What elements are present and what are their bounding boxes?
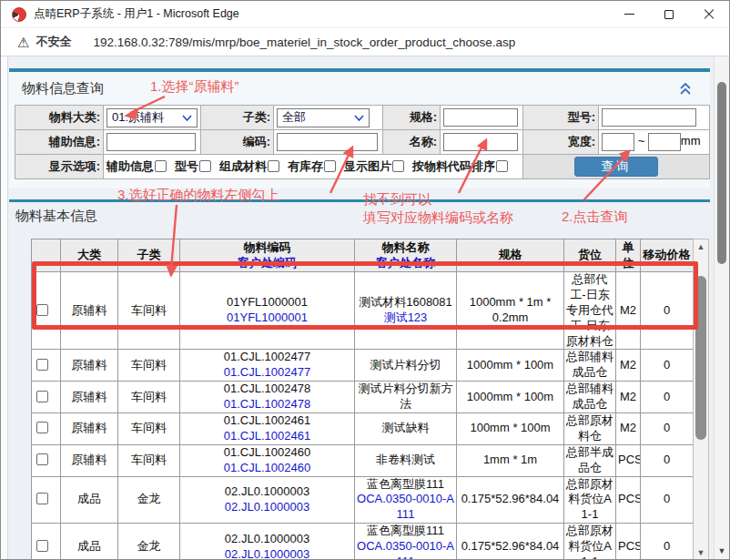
panel-divider: [9, 199, 710, 202]
cell-unit: M2: [616, 350, 641, 382]
option-label-materials: 组成材料: [219, 159, 267, 173]
width-min-input[interactable]: [602, 133, 634, 151]
cell-select: [32, 524, 61, 559]
cell-code: 01.CJL.100246101.CJL.1002461: [180, 413, 355, 445]
cell-select: [32, 476, 61, 524]
material-name: 测试片料分切新方法: [357, 382, 454, 412]
select-material-major[interactable]: 01:原辅料: [106, 108, 198, 127]
scroll-down-icon[interactable]: ▼: [694, 545, 708, 559]
customer-name-link[interactable]: OCA.0350-0010-A111: [357, 539, 454, 559]
cell-unit: M2: [616, 413, 641, 445]
row-checkbox[interactable]: [36, 540, 48, 552]
option-checkbox-sort-by-code[interactable]: [496, 160, 508, 172]
label-width: 宽度:: [523, 130, 599, 155]
label-display-options: 显示选项:: [15, 155, 104, 179]
cell-spec: 0.175*52.96*84.04: [457, 476, 564, 524]
material-code: 01.CJL.1002478: [182, 382, 352, 397]
cell-select: [32, 382, 61, 413]
label-subcategory: 子类:: [201, 106, 274, 130]
width-max-input[interactable]: [648, 133, 681, 151]
material-code: 01YFL1000001: [182, 295, 352, 311]
cell-name: 测试材料1608081测试123: [355, 272, 457, 350]
close-button[interactable]: [689, 1, 729, 28]
customer-code-link[interactable]: 01YFL1000001: [182, 311, 352, 326]
name-input[interactable]: [443, 133, 518, 151]
row-checkbox[interactable]: [36, 391, 48, 402]
cell-location: 总部辅料成品仓: [564, 350, 616, 382]
cell-name: 测试片料分切: [355, 350, 457, 382]
row-checkbox[interactable]: [36, 493, 48, 504]
annotation-hint-line1: 找不到可以: [363, 191, 431, 209]
cell-select: [32, 350, 61, 382]
cell-location: 总部代工-日东专用仓代工-日东原材料仓: [564, 272, 616, 350]
label-aux-info: 辅助信息:: [15, 130, 104, 155]
cell-name: 蓝色离型膜111OCA.0350-0010-A111: [355, 476, 457, 524]
aux-info-input[interactable]: [106, 133, 196, 151]
option-checkbox-model[interactable]: [199, 160, 211, 172]
address-bar[interactable]: ⚠ 不安全 192.168.0.32:789/mis/mrp/boe_mater…: [1, 28, 729, 56]
table-row: 成品金龙02.JL0.100000302.JL0.1000003蓝色离型膜111…: [32, 524, 694, 559]
table-scrollbar-thumb[interactable]: [695, 276, 706, 440]
row-checkbox[interactable]: [36, 304, 48, 316]
row-checkbox[interactable]: [36, 422, 48, 433]
material-code: 01.CJL.1002460: [182, 445, 352, 461]
model-input[interactable]: [602, 108, 696, 127]
maximize-button[interactable]: [649, 1, 689, 28]
search-button[interactable]: 查询: [574, 157, 658, 177]
page-scroll-down-icon[interactable]: ▼: [715, 544, 729, 557]
material-code: 02.JL0.1000003: [182, 532, 352, 547]
minimize-button[interactable]: [609, 1, 649, 28]
customer-code-link[interactable]: 01.CJL.1002460: [182, 461, 352, 476]
row-checkbox[interactable]: [36, 453, 48, 465]
page-scrollbar-thumb[interactable]: [717, 82, 726, 264]
customer-name-link[interactable]: OCA.0350-0010-A111: [357, 492, 454, 523]
material-name: 测试材料1608081: [357, 295, 454, 311]
query-form: 物料大类: 01:原辅料 子类: 全部 规格: 型号: 辅助信息: 编码: 名称…: [15, 105, 710, 179]
cell-subcategory: 车间料: [118, 350, 180, 382]
cell-subcategory: 车间料: [118, 444, 180, 476]
label-model: 型号:: [523, 106, 599, 130]
cell-subcategory: 金龙: [118, 476, 180, 524]
customer-code-link[interactable]: 01.CJL.1002461: [182, 429, 352, 444]
cell-category: 原辅料: [61, 382, 118, 413]
select-subcategory[interactable]: 全部: [277, 108, 370, 127]
cell-category: 原辅料: [61, 444, 118, 476]
option-checkbox-aux-info[interactable]: [155, 160, 167, 172]
option-checkbox-in-stock[interactable]: [324, 160, 336, 172]
material-name: 蓝色离型膜111: [357, 477, 454, 493]
customer-code-link[interactable]: 02.JL0.1000003: [182, 500, 352, 515]
width-separator: ~: [638, 134, 645, 148]
customer-code-link[interactable]: 01.CJL.1002478: [182, 397, 352, 412]
address-url[interactable]: 192.168.0.32:789/mis/mrp/boe_materiel_in…: [93, 36, 515, 49]
option-checkbox-show-image[interactable]: [392, 160, 404, 172]
row-checkbox[interactable]: [36, 359, 48, 371]
spec-input[interactable]: [443, 108, 518, 127]
header-unit: 单位: [616, 239, 641, 272]
customer-code-link[interactable]: 01.CJL.1002477: [182, 365, 352, 381]
code-input[interactable]: [277, 133, 378, 151]
cell-spec: 1000mm * 100m: [457, 350, 564, 382]
cell-subcategory: 车间料: [118, 272, 180, 350]
customer-code-link[interactable]: 02.JL0.1000003: [182, 547, 352, 559]
cell-price: 0: [641, 272, 694, 350]
security-label[interactable]: 不安全: [35, 34, 71, 50]
option-label-in-stock: 有库存: [288, 159, 323, 173]
annotation-step1: 1.选择“原辅料”: [150, 78, 239, 96]
option-checkbox-materials[interactable]: [268, 160, 279, 172]
cell-category: 成品: [61, 524, 118, 559]
cell-name: 非卷料测试: [355, 444, 457, 476]
cell-spec: 1mm * 1m: [457, 444, 564, 476]
cell-select: [32, 444, 61, 476]
header-spec: 规格: [457, 239, 564, 272]
scroll-up-icon[interactable]: ▲: [694, 239, 708, 253]
material-code: 01.CJL.1002461: [182, 413, 352, 429]
table-row: 原辅料车间料01.CJL.100247801.CJL.1002478测试片料分切…: [32, 382, 694, 413]
browser-window: 点晴ERP子系统 - 用户1 - Microsoft Edge ⚠ 不安全 19…: [0, 0, 730, 560]
customer-name-link[interactable]: 测试123: [357, 311, 454, 326]
material-code: 02.JL0.1000003: [182, 484, 352, 500]
cell-select: [32, 272, 61, 350]
cell-location: 总部辅料成品仓: [564, 382, 616, 413]
material-name: 蓝色离型膜111: [357, 524, 454, 539]
cell-select: [32, 413, 61, 445]
collapse-chevron-up-icon[interactable]: [679, 83, 692, 95]
